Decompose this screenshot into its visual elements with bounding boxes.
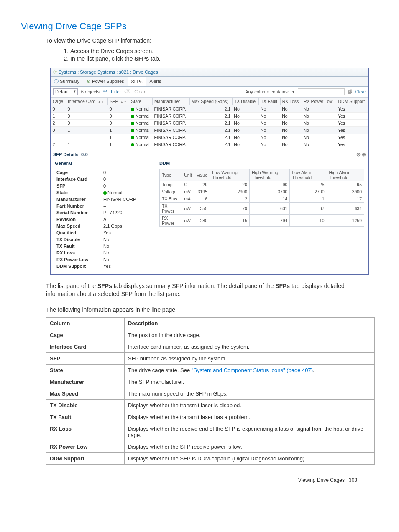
clear-filter-muted: Clear <box>134 89 145 94</box>
detail-title: SFP Details: 0:0 ⊗ ⊕ <box>51 148 368 159</box>
table-row[interactable]: 000NormalFINISAR CORP.2.1NoNoNoNoYes <box>51 105 368 112</box>
status-dot-icon <box>131 122 134 125</box>
col-txf[interactable]: TX Fault <box>259 97 280 105</box>
step-bold: SFPs <box>134 55 149 62</box>
desc-row: ManufacturerThe SFP manufacturer. <box>46 376 375 388</box>
filter-bar: Default 6 objects 🝖 Filter ⌫ Clear Any c… <box>51 87 368 97</box>
window-title-bar: ⟳ Systems : Storage Systems : s021 : Dri… <box>51 68 368 77</box>
kv-row: ManufacturerFINISAR CORP. <box>56 196 140 202</box>
desc-row: RX Power LowDisplays whether the SFP rec… <box>46 441 375 453</box>
col-txd[interactable]: TX Disable <box>232 97 259 105</box>
ddm-row: RX PoweruW28015794101259 <box>160 214 364 226</box>
table-row[interactable]: 100NormalFINISAR CORP.2.1NoNoNoNoYes <box>51 112 368 119</box>
general-heading: General <box>55 161 147 167</box>
tabs-bar: ⓘSummary ⚙Power Supplies SFPs Alerts <box>51 77 368 87</box>
any-column-label: Any column contains: <box>245 89 289 94</box>
kv-row: SFP0 <box>56 183 140 189</box>
info-icon: ⓘ <box>54 78 59 85</box>
ddm-col: Value <box>194 169 210 181</box>
step-item: Access the Drive Cages screen. <box>70 48 378 54</box>
search-input[interactable] <box>298 88 345 95</box>
col-sfp[interactable]: SFP ▲ 2 <box>107 97 129 105</box>
status-dot-icon <box>131 143 134 146</box>
clear-link[interactable]: Clear <box>355 89 366 94</box>
expand-icon[interactable]: ⊕ <box>362 152 366 157</box>
col-rpl[interactable]: RX Power Low <box>302 97 336 105</box>
ddm-col: Low Alarm Threshold <box>290 169 327 181</box>
intro-text: To view the Drive Cage SFP information: <box>46 37 378 45</box>
kv-row: StateNormal <box>56 190 140 195</box>
kv-row: Max Speed2.1 Gbps <box>56 223 140 229</box>
sort-icon: ▲ 2 <box>120 100 126 104</box>
col-rxl[interactable]: RX Loss <box>280 97 302 105</box>
page-footer: Viewing Drive Cages 303 <box>21 477 357 483</box>
step-text: In the list pane, click the <box>70 55 134 62</box>
table-row[interactable]: 200NormalFINISAR CORP.2.1NoNoNoNoYes <box>51 119 368 126</box>
desc-row: TX FaultDisplays whether the transmit la… <box>46 411 375 423</box>
col-cage[interactable]: Cage <box>51 97 66 105</box>
tab-summary[interactable]: ⓘSummary <box>51 77 83 86</box>
eraser-icon: ⌫ <box>124 89 131 94</box>
desc-head-col: Column <box>46 318 125 329</box>
kv-row: RX Power LowNo <box>56 257 140 262</box>
collapse-icon[interactable]: ⊗ <box>356 152 361 157</box>
tab-power[interactable]: ⚙Power Supplies <box>83 77 128 86</box>
paragraph: The following information appears in the… <box>46 306 353 314</box>
steps-list: Access the Drive Cages screen. In the li… <box>46 48 378 62</box>
status-dot-icon <box>103 191 107 195</box>
status-dot-icon <box>131 115 134 118</box>
table-row[interactable]: 011NormalFINISAR CORP.2.1NoNoNoNoYes <box>51 126 368 134</box>
tab-alerts[interactable]: Alerts <box>146 77 165 86</box>
table-row[interactable]: 211NormalFINISAR CORP.2.1NoNoNoNoYes <box>51 141 368 148</box>
ddm-col: Type <box>160 169 182 181</box>
tab-sfps[interactable]: SFPs <box>128 77 146 86</box>
doc-link[interactable]: "System and Component Status Icons" (pag… <box>192 367 313 373</box>
ddm-col: High Alarm Threshold <box>327 169 364 181</box>
status-dot-icon <box>131 129 134 132</box>
col-ddm[interactable]: DDM Support <box>336 97 368 105</box>
desc-row: RX LossDisplays whether the receive end … <box>46 423 375 441</box>
ddm-heading: DDM <box>159 161 364 167</box>
status-dot-icon <box>131 108 134 111</box>
ddm-col: High Warning Threshold <box>250 169 290 181</box>
status-dot-icon <box>131 136 134 139</box>
desc-head-desc: Description <box>125 318 375 329</box>
refresh-icon[interactable]: ⟳ <box>53 69 57 75</box>
chevron-down-icon[interactable]: ▾ <box>292 90 294 94</box>
table-row[interactable]: 111NormalFINISAR CORP.2.1NoNoNoNoYes <box>51 134 368 141</box>
kv-row: Cage0 <box>56 170 140 175</box>
col-ic[interactable]: Interface Card ▲ 1 <box>66 97 107 105</box>
ddm-col: Low Warning Threshold <box>210 169 249 181</box>
ddm-col: Unit <box>182 169 194 181</box>
kv-row: Serial NumberPE74220 <box>56 210 140 216</box>
export-icon[interactable]: 🗐 <box>348 89 353 94</box>
desc-row: StateThe drive cage state. See "System a… <box>46 365 375 376</box>
object-count: 6 objects <box>81 89 100 94</box>
step-item: In the list pane, click the SFPs tab. <box>70 55 378 62</box>
desc-row: Interface CardInterface card number, as … <box>46 341 375 353</box>
kv-row: RX LossNo <box>56 250 140 256</box>
step-text: tab. <box>149 55 160 62</box>
ddm-row: TempC29-2090-2595 <box>160 181 364 188</box>
app-screenshot: ⟳ Systems : Storage Systems : s021 : Dri… <box>50 68 369 275</box>
ddm-table: TypeUnitValueLow Warning ThresholdHigh W… <box>159 169 364 227</box>
description-table: Column Description CageThe position in t… <box>46 317 375 465</box>
desc-row: SFPSFP number, as assigned by the system… <box>46 353 375 365</box>
gear-icon: ⚙ <box>87 79 91 84</box>
desc-row: CageThe position in the drive cage. <box>46 329 375 341</box>
sort-icon: ▲ 1 <box>97 100 104 104</box>
view-select[interactable]: Default <box>53 88 78 95</box>
filter-link[interactable]: Filter <box>111 89 121 94</box>
desc-row: TX DisableDisplays whether the transmit … <box>46 400 375 411</box>
ddm-row: TX BiasmA6214117 <box>160 195 364 202</box>
ddm-row: TX PoweruW3557963167631 <box>160 202 364 214</box>
col-speed[interactable]: Max Speed (Gbps) <box>189 97 232 105</box>
ddm-row: VoltagemV31952900370027003900 <box>160 188 364 195</box>
col-mfr[interactable]: Manufacturer <box>152 97 189 105</box>
sfp-grid[interactable]: Cage Interface Card ▲ 1 SFP ▲ 2 State Ma… <box>51 97 368 148</box>
section-heading: Viewing Drive Cage SFPs <box>21 21 378 32</box>
col-state[interactable]: State <box>129 97 153 105</box>
breadcrumb[interactable]: Systems : Storage Systems : s021 : Drive… <box>59 69 158 75</box>
filter-icon[interactable]: 🝖 <box>103 89 107 94</box>
kv-row: Interface Card0 <box>56 176 140 182</box>
